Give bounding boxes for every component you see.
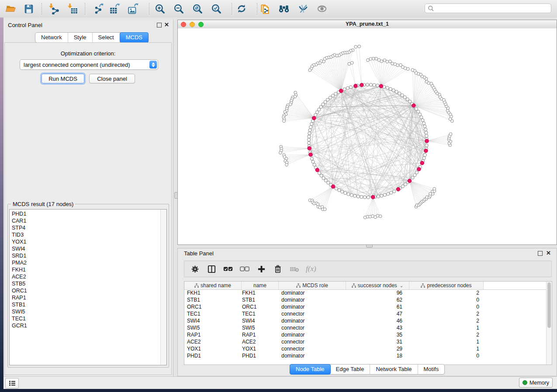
zoom-out-icon[interactable] — [171, 1, 186, 16]
graph-node[interactable] — [425, 144, 428, 147]
graph-mcds-hub-node[interactable] — [408, 179, 412, 183]
column-header-predecessor-nodes[interactable]: predecessor nodes — [409, 282, 484, 289]
graph-leaf-node[interactable] — [348, 62, 351, 65]
graph-leaf-node[interactable] — [433, 187, 436, 190]
graph-leaf-node[interactable] — [389, 60, 392, 63]
graph-node[interactable] — [308, 132, 311, 135]
graph-leaf-node[interactable] — [367, 58, 370, 62]
tab-network-table[interactable]: Network Table — [370, 364, 418, 374]
graph-node[interactable] — [353, 194, 356, 197]
task-history-list-icon[interactable] — [5, 378, 19, 389]
tab-edge-table[interactable]: Edge Table — [330, 364, 370, 374]
graph-mcds-hub-node[interactable] — [331, 185, 335, 189]
graph-leaf-node[interactable] — [283, 120, 286, 123]
graph-node[interactable] — [350, 193, 353, 196]
list-item[interactable]: CAR1 — [10, 217, 160, 224]
graph-mcds-hub-node[interactable] — [339, 89, 343, 93]
graph-leaf-node[interactable] — [350, 62, 353, 65]
list-item[interactable]: SWI5 — [10, 308, 160, 315]
graph-mcds-hub-node[interactable] — [309, 153, 313, 157]
graph-mcds-hub-node[interactable] — [425, 139, 429, 143]
save-session-icon[interactable] — [21, 1, 36, 16]
graph-node[interactable] — [343, 88, 346, 91]
column-header-name[interactable]: name — [242, 282, 279, 289]
graph-node[interactable] — [346, 86, 349, 89]
graph-node[interactable] — [363, 196, 367, 199]
graph-node[interactable] — [395, 90, 398, 93]
graph-node[interactable] — [390, 191, 393, 194]
export-image-icon[interactable] — [126, 1, 141, 16]
show-hide-graphics-details-icon[interactable] — [296, 1, 311, 16]
table-scrollbar[interactable] — [546, 282, 552, 364]
graph-leaf-node[interactable] — [379, 215, 382, 218]
graph-node[interactable] — [423, 153, 426, 156]
graph-node[interactable] — [415, 107, 418, 110]
graph-leaf-node[interactable] — [358, 45, 361, 48]
graph-node[interactable] — [373, 83, 376, 86]
graph-mcds-hub-node[interactable] — [424, 149, 428, 153]
table-row[interactable]: PHD1PHD1dominator180 — [184, 352, 547, 359]
graph-node[interactable] — [310, 122, 313, 125]
graph-node[interactable] — [311, 160, 315, 163]
graph-mcds-hub-node[interactable] — [360, 83, 364, 87]
graph-node[interactable] — [423, 125, 426, 128]
table-row[interactable]: ACE2ACE2connector311 — [184, 338, 547, 345]
select-all-icon[interactable] — [223, 264, 233, 274]
delete-trash-icon[interactable] — [273, 264, 283, 274]
tab-motifs[interactable]: Motifs — [418, 364, 445, 374]
graph-node[interactable] — [424, 128, 427, 131]
scrollbar-thumb[interactable] — [547, 282, 551, 328]
graph-mcds-hub-node[interactable] — [412, 104, 416, 108]
graph-node[interactable] — [369, 83, 372, 86]
table-row[interactable]: YOX1YOX1connector291 — [184, 345, 547, 352]
graph-node[interactable] — [356, 195, 360, 198]
graph-leaf-node[interactable] — [323, 208, 326, 211]
graph-node[interactable] — [334, 92, 337, 95]
graph-node[interactable] — [393, 190, 396, 193]
import-table-icon[interactable] — [65, 1, 80, 16]
network-canvas[interactable] — [178, 28, 557, 244]
graph-mcds-hub-node[interactable] — [312, 116, 316, 120]
zoom-in-icon[interactable] — [152, 1, 167, 16]
import-network-icon[interactable] — [46, 1, 61, 16]
table-row[interactable]: STB1STB1dominator620 — [184, 296, 547, 303]
graph-node[interactable] — [420, 116, 423, 119]
list-item[interactable]: ORC1 — [10, 287, 160, 294]
graph-node[interactable] — [338, 189, 341, 192]
graph-node[interactable] — [376, 84, 379, 87]
first-neighbors-icon[interactable] — [277, 1, 291, 16]
open-file-icon[interactable] — [3, 1, 18, 16]
graph-node[interactable] — [308, 135, 311, 138]
search-input[interactable] — [434, 5, 551, 12]
graph-node[interactable] — [308, 129, 311, 132]
graph-node[interactable] — [344, 192, 347, 195]
tab-style[interactable]: Style — [68, 33, 93, 42]
graph-node[interactable] — [349, 86, 353, 89]
graph-node[interactable] — [367, 196, 370, 199]
graph-leaf-node[interactable] — [411, 69, 414, 72]
graph-node[interactable] — [313, 163, 316, 166]
list-item[interactable]: TEC1 — [10, 315, 160, 322]
graph-node[interactable] — [341, 190, 344, 193]
graph-leaf-node[interactable] — [383, 59, 386, 62]
graph-mcds-hub-node[interactable] — [354, 84, 358, 88]
tab-network[interactable]: Network — [35, 33, 68, 42]
list-item[interactable]: PMA2 — [10, 259, 160, 266]
graph-leaf-node[interactable] — [279, 151, 282, 155]
graph-node[interactable] — [387, 193, 390, 196]
close-panel-icon[interactable]: ✕ — [164, 21, 169, 28]
graph-mcds-hub-node[interactable] — [308, 147, 311, 151]
graph-mcds-hub-node[interactable] — [371, 195, 375, 199]
graph-leaf-node[interactable] — [399, 64, 402, 67]
run-mcds-button[interactable]: Run MCDS — [42, 74, 84, 83]
graph-leaf-node[interactable] — [354, 45, 357, 48]
column-header-shared-name[interactable]: shared name — [184, 282, 242, 289]
graph-node[interactable] — [308, 141, 311, 144]
list-item[interactable]: ACE2 — [10, 273, 160, 280]
graph-leaf-node[interactable] — [449, 133, 452, 136]
graph-node[interactable] — [386, 86, 389, 89]
graph-node[interactable] — [389, 87, 392, 90]
close-panel-icon[interactable]: ✕ — [546, 250, 551, 257]
table-row[interactable]: SWI4SWI4dominator462 — [184, 317, 547, 324]
graph-node[interactable] — [401, 94, 404, 97]
